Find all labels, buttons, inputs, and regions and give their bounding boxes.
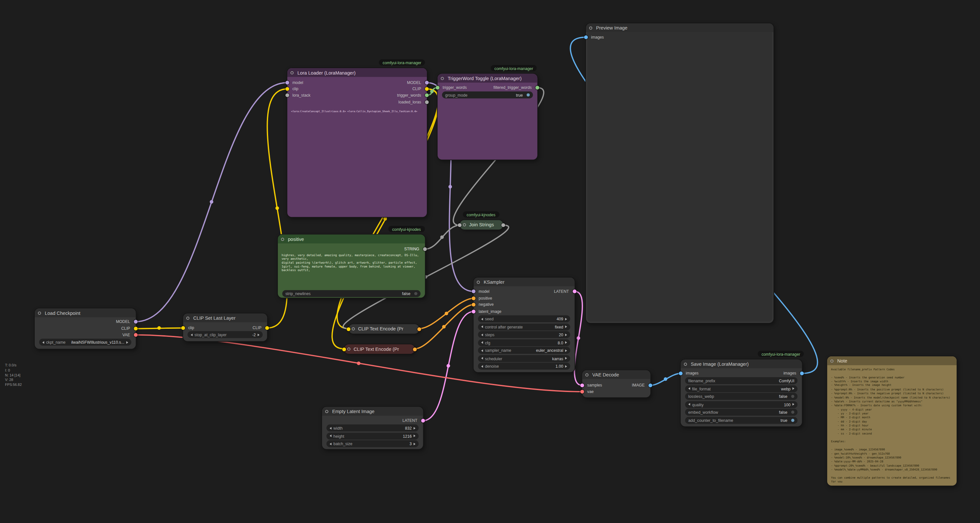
widget-control-after-generate[interactable]: control after generate fixed: [478, 323, 570, 330]
node-lora-loader[interactable]: Lora Loader (LoraManager) model clip lor…: [287, 68, 427, 217]
increment-icon[interactable]: [414, 434, 417, 437]
port-image-out[interactable]: [649, 384, 652, 387]
node-join-strings[interactable]: Join Strings: [460, 220, 503, 230]
decrement-icon[interactable]: [480, 317, 483, 320]
widget-ckpt-name[interactable]: ckpt_name ilwaiNSFWIllustrious_v110.s...: [39, 339, 132, 345]
collapse-icon[interactable]: [352, 328, 355, 331]
widget-steps[interactable]: steps 20: [478, 331, 570, 338]
widget-scheduler[interactable]: scheduler karras: [478, 355, 570, 361]
collapse-icon[interactable]: [441, 76, 444, 80]
port-loaded-loras-out[interactable]: [425, 100, 429, 104]
node-header[interactable]: Lora Loader (LoraManager): [287, 68, 427, 77]
port-images-in[interactable]: [584, 35, 588, 39]
decrement-icon[interactable]: [329, 442, 332, 445]
toggle-on-icon[interactable]: [527, 94, 530, 97]
increment-icon[interactable]: [565, 333, 568, 336]
node-header[interactable]: TriggerWord Toggle (LoraManager): [438, 74, 537, 83]
collapse-icon[interactable]: [477, 281, 480, 284]
port-images-in[interactable]: [679, 372, 682, 376]
increment-icon[interactable]: [258, 333, 261, 336]
port-trigger-words-in[interactable]: [436, 86, 439, 90]
toggle-off-icon[interactable]: [791, 410, 794, 414]
port-samples-in[interactable]: [581, 384, 584, 387]
decrement-icon[interactable]: [480, 341, 483, 344]
port-strings-in[interactable]: [458, 223, 461, 227]
prev-option-icon[interactable]: [687, 387, 690, 390]
port-vae-out[interactable]: [134, 333, 138, 337]
widget-filename-prefix[interactable]: filename_prefix ComfyUI: [685, 377, 797, 384]
collapse-icon[interactable]: [325, 409, 329, 413]
next-option-icon[interactable]: [565, 357, 568, 360]
decrement-icon[interactable]: [189, 333, 193, 336]
prev-option-icon[interactable]: [480, 349, 483, 352]
port-clip-out[interactable]: [425, 87, 429, 91]
collapse-icon[interactable]: [38, 311, 41, 314]
node-header[interactable]: Note: [827, 357, 957, 365]
port-clip-text-in[interactable]: [342, 347, 346, 351]
next-option-icon[interactable]: [126, 341, 129, 343]
widget-height[interactable]: height 1216: [326, 432, 419, 439]
increment-icon[interactable]: [414, 442, 417, 445]
collapse-icon[interactable]: [347, 347, 351, 351]
prev-option-icon[interactable]: [480, 325, 483, 328]
decrement-icon[interactable]: [329, 434, 332, 437]
node-positive-prompt[interactable]: positive STRING highres, very detailed, …: [278, 235, 425, 298]
next-option-icon[interactable]: [565, 325, 568, 328]
port-model-out[interactable]: [425, 81, 429, 85]
widget-sampler-name[interactable]: sampler_name euler_ancestral: [478, 347, 570, 354]
widget-file-format[interactable]: file_format webp: [685, 385, 797, 392]
port-trigger-words-out[interactable]: [425, 94, 429, 97]
collapse-icon[interactable]: [291, 71, 294, 74]
node-header[interactable]: Save Image (LoraManager): [681, 360, 802, 368]
increment-icon[interactable]: [565, 365, 568, 368]
port-vae-in[interactable]: [581, 390, 584, 394]
node-preview-image[interactable]: Preview Image images: [586, 23, 773, 323]
increment-icon[interactable]: [565, 317, 568, 320]
port-lora-stack-in[interactable]: [285, 94, 289, 97]
port-model-out[interactable]: [134, 320, 138, 323]
collapse-icon[interactable]: [684, 363, 687, 366]
node-vae-decode[interactable]: VAE Decode samples vae IMAGE: [582, 370, 650, 398]
increment-icon[interactable]: [414, 427, 417, 429]
collapse-icon[interactable]: [830, 359, 834, 363]
port-latent-out[interactable]: [573, 290, 576, 293]
collapse-icon[interactable]: [585, 373, 589, 376]
toggle-off-icon[interactable]: [414, 292, 417, 295]
port-filtered-trigger-words-out[interactable]: [536, 86, 539, 90]
node-empty-latent-image[interactable]: Empty Latent Image LATENT width 832 heig…: [322, 407, 423, 449]
widget-lossless-webp[interactable]: lossless_webp false: [685, 393, 797, 400]
collapse-icon[interactable]: [281, 237, 284, 241]
decrement-icon[interactable]: [480, 365, 483, 368]
widget-stop-at-clip-layer[interactable]: stop_at_clip_layer -2: [188, 331, 262, 338]
widget-add-counter-to-filename[interactable]: add_counter_to_filename true: [685, 417, 797, 423]
toggle-on-icon[interactable]: [791, 418, 794, 422]
widget-embed-workflow[interactable]: embed_workflow false: [685, 409, 797, 415]
node-ksampler[interactable]: KSampler model positive negative latent_…: [474, 277, 574, 372]
collapse-icon[interactable]: [186, 317, 189, 320]
prev-option-icon[interactable]: [480, 357, 483, 360]
port-latent-image-in[interactable]: [472, 310, 476, 314]
node-triggerword-toggle[interactable]: TriggerWord Toggle (LoraManager) trigger…: [438, 74, 537, 160]
lora-syntax-text[interactable]: <lora:CreateConcept_Illustrious:0.8> <lo…: [291, 109, 423, 113]
node-header[interactable]: Preview Image: [586, 23, 773, 32]
widget-seed[interactable]: seed 409: [478, 315, 570, 322]
port-model-in[interactable]: [472, 290, 476, 293]
widget-batch-size[interactable]: batch_size 3: [326, 440, 419, 447]
increment-icon[interactable]: [565, 341, 568, 344]
port-conditioning-out[interactable]: [417, 327, 422, 331]
port-positive-in[interactable]: [472, 296, 476, 300]
port-images-out[interactable]: [800, 372, 804, 376]
port-conditioning-out[interactable]: [413, 347, 417, 351]
graph-canvas[interactable]: Preview Image images Load Checkpoint MOD…: [0, 0, 980, 523]
next-option-icon[interactable]: [792, 387, 795, 390]
node-header[interactable]: CLIP Set Last Layer: [183, 314, 267, 322]
node-load-checkpoint[interactable]: Load Checkpoint MODEL CLIP VAE ckpt_name…: [35, 308, 136, 349]
port-clip-out[interactable]: [134, 327, 138, 331]
port-clip-in[interactable]: [285, 87, 289, 91]
widget-width[interactable]: width 832: [326, 425, 419, 431]
port-latent-out[interactable]: [421, 419, 425, 423]
node-note[interactable]: Note Available filename_prefix Pattern C…: [827, 357, 957, 486]
decrement-icon[interactable]: [480, 333, 483, 336]
widget-cfg[interactable]: cfg 8.0: [478, 339, 570, 346]
widget-strip-newlines[interactable]: strip_newlines false: [282, 290, 421, 297]
